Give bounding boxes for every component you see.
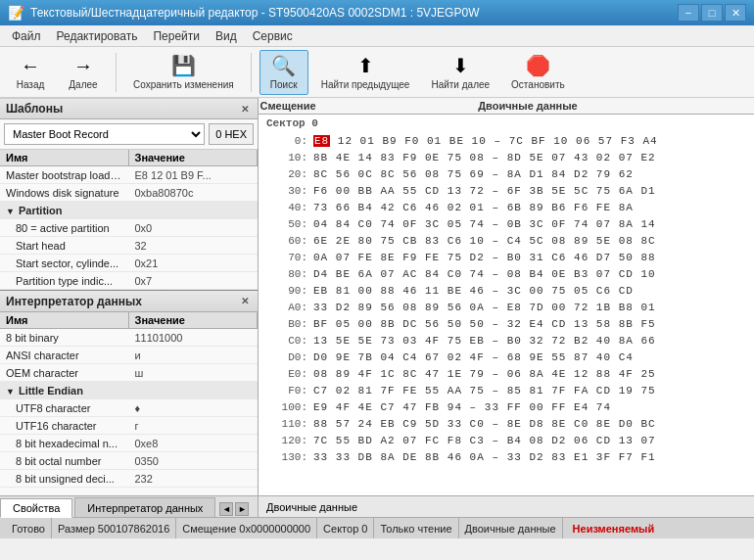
hex-row[interactable]: 60: 6E 2E 80 75 CB 83 C6 10 – C4 5C 08 8… [259, 232, 754, 249]
hex-bytes: 13 5E 5E 73 03 4F 75 EB – B0 32 72 B2 40… [313, 335, 750, 347]
interp-value: 232 [129, 472, 259, 486]
hex-row[interactable]: 80: D4 BE 6A 07 AC 84 C0 74 – 08 B4 0E B… [259, 265, 754, 282]
interp-col-name: Имя [0, 312, 129, 328]
hex-bytes: 08 89 4F 1C 8C 47 1E 79 – 06 8A 4E 12 88… [313, 368, 750, 380]
hex-row[interactable]: C0: 13 5E 5E 73 03 4F 75 EB – B0 32 72 B… [259, 332, 754, 349]
tab-scroll-right[interactable]: ► [235, 502, 249, 516]
hex-offset: 20: [262, 168, 313, 180]
status-sector: Сектор 0 [317, 518, 374, 538]
tab-properties[interactable]: Свойства [0, 498, 72, 518]
interp-name: UTF16 character [0, 419, 129, 433]
hex-bytes: E9 4F 4E C7 47 FB 94 – 33 FF 00 FF E4 74 [313, 401, 750, 413]
hex-row[interactable]: D0: D0 9E 7B 04 C4 67 02 4F – 68 9E 55 8… [259, 349, 754, 365]
right-panel: Смещение Двоичные данные Сектор 0 0: E8 … [259, 98, 754, 517]
hex-row[interactable]: F0: C7 02 81 7F FE 55 AA 75 – 85 81 7F F… [259, 382, 754, 398]
hex-row[interactable]: 40: 73 66 B4 42 C6 46 02 01 – 6B 89 B6 F… [259, 199, 754, 215]
templates-close[interactable]: ✕ [238, 104, 252, 115]
row-name: ▼Partition [0, 204, 258, 217]
maximize-button[interactable]: □ [701, 4, 723, 22]
back-button[interactable]: ← Назад [6, 50, 55, 95]
hex-button[interactable]: 0 HEX [209, 123, 254, 145]
table-row-group[interactable]: ▼Partition [0, 202, 258, 219]
interpreter-close[interactable]: ✕ [238, 296, 252, 306]
table-row[interactable]: Master bootstrap loade... E8 12 01 B9 F.… [0, 166, 258, 184]
hex-bytes: C7 02 81 7F FE 55 AA 75 – 85 81 7F FA CD… [313, 385, 750, 397]
interpreter-body[interactable]: 8 bit binary 11101000 ANSI character и O… [0, 329, 258, 495]
interp-group[interactable]: ▼Little Endian [0, 382, 258, 399]
table-row[interactable]: Partition type indic... 0x7 [0, 272, 258, 290]
hex-row[interactable]: 20: 8C 56 0C 8C 56 08 75 69 – 8A D1 84 D… [259, 165, 754, 182]
hex-row[interactable]: E0: 08 89 4F 1C 8C 47 1E 79 – 06 8A 4E 1… [259, 365, 754, 382]
table-row[interactable]: Windows disk signature 0xba80870c [0, 184, 258, 202]
hex-offset: 30: [262, 185, 313, 197]
row-value: 0x0 [129, 221, 259, 235]
menu-goto[interactable]: Перейти [145, 27, 208, 45]
status-mode: Двоичные данные [459, 518, 563, 538]
hex-row[interactable]: 90: EB 81 00 88 46 11 BE 46 – 3C 00 75 0… [259, 282, 754, 299]
hex-row[interactable]: 0: E8 12 01 B9 F0 01 BE 10 – 7C BF 10 06… [259, 132, 754, 149]
hex-bytes: D4 BE 6A 07 AC 84 C0 74 – 08 B4 0E B3 07… [313, 268, 750, 280]
hex-row[interactable]: 120: 7C 55 BD A2 07 FC F8 C3 – B4 08 D2 … [259, 432, 754, 448]
row-name: Start head [0, 239, 129, 253]
hex-offset: 90: [262, 285, 313, 297]
table-row[interactable]: Start head 32 [0, 237, 258, 255]
hex-body[interactable]: Сектор 0 0: E8 12 01 B9 F0 01 BE 10 – 7C… [259, 115, 754, 495]
hex-offset: B0: [262, 318, 313, 330]
sector-label: Сектор 0 [259, 115, 754, 132]
tab-interpreter[interactable]: Интерпретатор данных [74, 497, 215, 517]
data-table-body[interactable]: Master bootstrap loade... E8 12 01 B9 F.… [0, 166, 258, 290]
interp-row[interactable]: OEM character ш [0, 364, 258, 382]
status-overwrite: Неизменяемый [563, 518, 661, 538]
hex-row[interactable]: 30: F6 00 BB AA 55 CD 13 72 – 6F 3B 5E 5… [259, 182, 754, 199]
interp-row[interactable]: 8 bit hexadecimal n... 0xe8 [0, 435, 258, 452]
interp-row[interactable]: UTF8 character ♦ [0, 399, 258, 417]
hex-row[interactable]: 10: 8B 4E 14 83 F9 0E 75 08 – 8D 5E 07 4… [259, 149, 754, 165]
interpreter-section: Интерпретатор данных ✕ Имя Значение 8 bi… [0, 290, 258, 495]
interp-row[interactable]: ANSI character и [0, 347, 258, 364]
template-select[interactable]: Master Boot Record [4, 123, 205, 145]
forward-button[interactable]: → Далее [59, 50, 108, 95]
hex-row[interactable]: A0: 33 D2 89 56 08 89 56 0A – E8 7D 00 7… [259, 299, 754, 315]
interp-row[interactable]: 8 bit binary 11101000 [0, 329, 258, 347]
menu-tools[interactable]: Сервис [245, 27, 301, 45]
close-button[interactable]: ✕ [725, 4, 746, 22]
menu-file[interactable]: Файл [4, 27, 49, 45]
tab-scroll-left[interactable]: ◄ [219, 502, 233, 516]
menu-view[interactable]: Вид [208, 27, 245, 45]
hex-row[interactable]: 130: 33 33 DB 8A DE 8B 46 0A – 33 D2 83 … [259, 448, 754, 465]
save-button[interactable]: 💾 Сохранить изменения [124, 50, 243, 95]
row-name: Start sector, cylinde... [0, 257, 129, 270]
interp-row[interactable]: UTF16 character г [0, 417, 258, 435]
hex-offset: A0: [262, 302, 313, 313]
forward-icon: → [73, 55, 93, 77]
interp-value: 11101000 [129, 331, 259, 345]
find-next-button[interactable]: ⬇ Найти далее [422, 50, 498, 95]
hex-row[interactable]: 100: E9 4F 4E C7 47 FB 94 – 33 FF 00 FF … [259, 398, 754, 415]
hex-row[interactable]: 110: 88 57 24 EB C9 5D 33 C0 – 8E D8 8E … [259, 415, 754, 432]
hex-row[interactable]: 50: 04 84 C0 74 0F 3C 05 74 – 0B 3C 0F 7… [259, 215, 754, 232]
hex-row[interactable]: 70: 0A 07 FE 8E F9 FE 75 D2 – B0 31 C6 4… [259, 249, 754, 265]
hex-bytes: 33 D2 89 56 08 89 56 0A – E8 7D 00 72 1B… [313, 302, 750, 313]
table-row[interactable]: 80 = active partition 0x0 [0, 219, 258, 237]
col-name: Имя [0, 150, 129, 165]
stop-button[interactable]: 🛑 Остановить [502, 50, 574, 95]
hex-offset: 10: [262, 152, 313, 163]
hex-row[interactable]: B0: BF 05 00 8B DC 56 50 50 – 32 E4 CD 1… [259, 315, 754, 332]
hex-offset: 40: [262, 202, 313, 213]
search-button[interactable]: 🔍 Поиск [259, 50, 308, 95]
table-row[interactable]: Start sector, cylinde... 0x21 [0, 255, 258, 272]
main-container: Шаблоны ✕ Master Boot Record 0 HEX Имя З… [0, 98, 754, 517]
hex-bytes: 73 66 B4 42 C6 46 02 01 – 6B 89 B6 F6 FE… [313, 202, 750, 213]
interp-value: ш [129, 366, 259, 380]
selected-byte: E8 [313, 135, 330, 147]
menu-edit[interactable]: Редактировать [49, 27, 146, 45]
interpreter-header: Интерпретатор данных ✕ [0, 291, 258, 312]
interp-col-value: Значение [129, 312, 259, 328]
hex-offset: D0: [262, 351, 313, 363]
interp-row[interactable]: 8 bit unsigned deci... 232 [0, 470, 258, 488]
minimize-button[interactable]: − [678, 4, 699, 22]
status-size: Размер 500107862016 [52, 518, 176, 538]
find-prev-button[interactable]: ⬆ Найти предыдущее [312, 50, 419, 95]
search-label: Поиск [270, 79, 298, 90]
interp-row[interactable]: 8 bit octal number 0350 [0, 452, 258, 470]
